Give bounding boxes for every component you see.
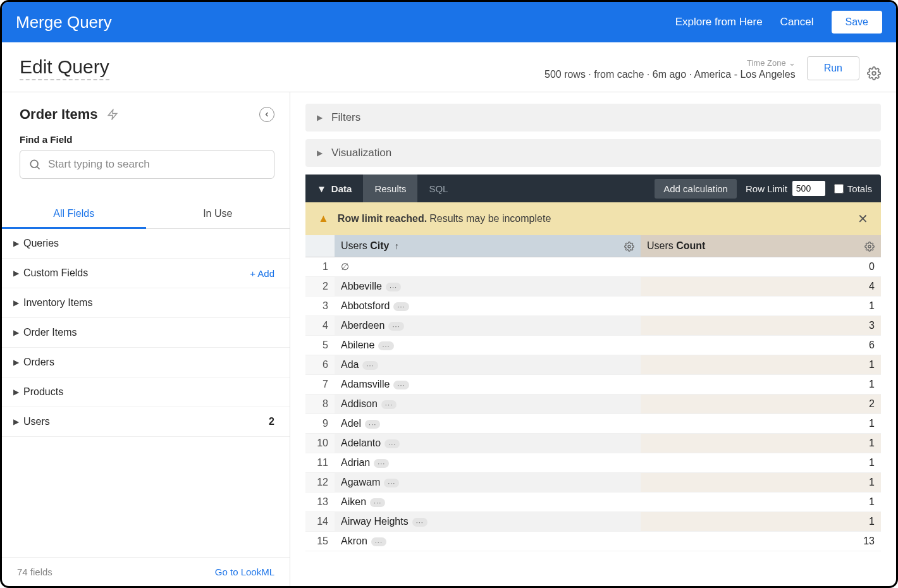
drill-pill-icon[interactable]: ··· [362, 361, 378, 370]
cell-count[interactable]: 1 [641, 375, 881, 395]
drill-pill-icon[interactable]: ··· [371, 537, 386, 546]
cell-count[interactable]: 3 [641, 316, 881, 336]
cell-city: Agawam [341, 477, 380, 487]
data-tab[interactable]: ▼ Data [305, 175, 363, 202]
results-tab[interactable]: Results [363, 175, 417, 202]
cell-city-wrap[interactable]: Abbotsford··· [335, 297, 641, 316]
cell-count[interactable]: 1 [641, 512, 881, 532]
cell-city-wrap[interactable]: Akron··· [335, 532, 641, 551]
column-header-count[interactable]: Users Count [641, 235, 881, 257]
go-to-lookml-link[interactable]: Go to LookML [215, 567, 274, 577]
field-group-custom-fields[interactable]: ▶ Custom Fields + Add [2, 259, 290, 288]
field-group-products[interactable]: ▶ Products [2, 377, 290, 407]
field-group-orders[interactable]: ▶ Orders [2, 348, 290, 377]
totals-checkbox[interactable] [834, 184, 844, 193]
totals-toggle[interactable]: Totals [834, 183, 872, 194]
cell-city-wrap[interactable]: Adamsville··· [335, 375, 641, 395]
drill-pill-icon[interactable]: ··· [365, 420, 380, 429]
field-group-inventory-items[interactable]: ▶ Inventory Items [2, 288, 290, 318]
column-gear-icon[interactable] [624, 240, 634, 252]
field-search-input[interactable] [20, 150, 274, 179]
cell-city-wrap[interactable]: Airway Heights··· [335, 512, 641, 532]
cell-city-wrap[interactable]: Adelanto··· [335, 434, 641, 453]
row-limit-input[interactable] [792, 181, 825, 196]
warning-strong: Row limit reached. [338, 213, 427, 224]
cell-count[interactable]: 1 [641, 414, 881, 434]
cell-city-wrap[interactable]: ∅ [335, 257, 641, 277]
cell-count[interactable]: 0 [641, 257, 881, 277]
cell-count[interactable]: 1 [641, 453, 881, 473]
row-number: 7 [305, 375, 335, 395]
table-row: 14 Airway Heights··· 1 [305, 512, 881, 532]
cell-count[interactable]: 1 [641, 493, 881, 512]
drill-pill-icon[interactable]: ··· [378, 341, 393, 350]
drill-pill-icon[interactable]: ··· [381, 400, 397, 409]
drill-pill-icon[interactable]: ··· [370, 498, 385, 507]
cell-city: Adamsville [341, 379, 390, 389]
cell-city-wrap[interactable]: Addison··· [335, 395, 641, 414]
filters-section[interactable]: ▶ Filters [305, 104, 881, 132]
cell-city-wrap[interactable]: Adrian··· [335, 453, 641, 473]
cell-city: Adelanto [341, 438, 381, 448]
cell-city-wrap[interactable]: Ada··· [335, 355, 641, 375]
row-number: 14 [305, 512, 335, 532]
visualization-label: Visualization [331, 147, 391, 159]
run-button[interactable]: Run [807, 56, 859, 80]
table-row: 6 Ada··· 1 [305, 355, 881, 375]
cell-count[interactable]: 6 [641, 336, 881, 355]
column-gear-icon[interactable] [864, 240, 875, 252]
cell-count[interactable]: 13 [641, 532, 881, 551]
field-group-users[interactable]: ▶ Users 2 [2, 407, 290, 437]
cell-count[interactable]: 1 [641, 355, 881, 375]
explore-from-here-link[interactable]: Explore from Here [675, 16, 763, 28]
cell-count[interactable]: 1 [641, 297, 881, 316]
column-header-city[interactable]: Users City ↑ [335, 235, 641, 257]
close-warning-icon[interactable]: ✕ [858, 211, 868, 226]
tab-in-use[interactable]: In Use [146, 200, 290, 229]
sql-tab[interactable]: SQL [417, 175, 459, 202]
row-number: 8 [305, 395, 335, 414]
null-value-icon: ∅ [341, 261, 349, 272]
drill-pill-icon[interactable]: ··· [388, 322, 403, 331]
field-group-label: Orders [23, 357, 274, 368]
visualization-section[interactable]: ▶ Visualization [305, 139, 881, 167]
add-calculation-button[interactable]: Add calculation [655, 179, 737, 199]
collapse-sidebar-button[interactable] [259, 107, 274, 122]
cell-city-wrap[interactable]: Agawam··· [335, 473, 641, 493]
row-number: 2 [305, 277, 335, 297]
cell-count[interactable]: 1 [641, 434, 881, 453]
drill-pill-icon[interactable]: ··· [393, 302, 409, 311]
drill-pill-icon[interactable]: ··· [374, 459, 389, 468]
save-button[interactable]: Save [832, 11, 882, 34]
field-group-order-items[interactable]: ▶ Order Items [2, 318, 290, 348]
cell-count[interactable]: 2 [641, 395, 881, 414]
cell-city-wrap[interactable]: Aberdeen··· [335, 316, 641, 336]
bolt-icon[interactable] [107, 109, 118, 120]
row-number: 12 [305, 473, 335, 493]
cell-city-wrap[interactable]: Abbeville··· [335, 277, 641, 297]
row-number-header [305, 235, 335, 257]
field-group-queries[interactable]: ▶ Queries [2, 229, 290, 259]
cell-count[interactable]: 4 [641, 277, 881, 297]
cell-city: Adrian [341, 457, 370, 468]
cell-city: Addison [341, 398, 378, 409]
drill-pill-icon[interactable]: ··· [384, 479, 399, 487]
add-custom-field-link[interactable]: + Add [250, 268, 274, 279]
drill-pill-icon[interactable]: ··· [393, 381, 409, 389]
cell-city-wrap[interactable]: Aiken··· [335, 493, 641, 512]
drill-pill-icon[interactable]: ··· [412, 518, 427, 527]
svg-marker-1 [108, 110, 117, 119]
drill-pill-icon[interactable]: ··· [384, 439, 400, 448]
cell-city-wrap[interactable]: Adel··· [335, 414, 641, 434]
cancel-link[interactable]: Cancel [780, 16, 814, 28]
drill-pill-icon[interactable]: ··· [386, 283, 401, 291]
caret-right-icon: ▶ [13, 358, 23, 367]
tab-all-fields[interactable]: All Fields [2, 200, 146, 229]
settings-gear-icon[interactable] [867, 66, 881, 80]
table-row: 15 Akron··· 13 [305, 532, 881, 551]
timezone-selector[interactable]: Time Zone ⌄ [747, 58, 796, 68]
cell-city-wrap[interactable]: Abilene··· [335, 336, 641, 355]
cell-city: Aiken [341, 496, 366, 507]
cell-count[interactable]: 1 [641, 473, 881, 493]
edit-query-title[interactable]: Edit Query [20, 56, 109, 80]
